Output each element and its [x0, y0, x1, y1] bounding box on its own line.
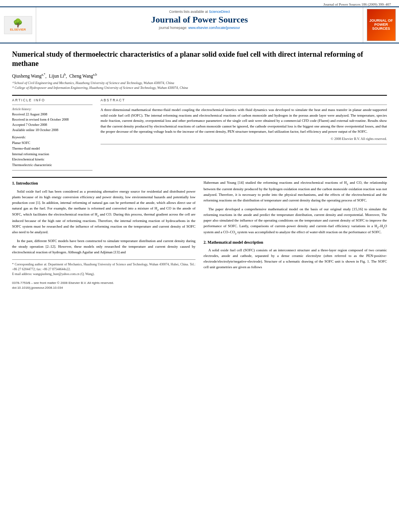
abstract-label: ABSTRACT	[101, 98, 387, 102]
journal-homepage: journal homepage: www.elsevier.com/locat…	[40, 26, 359, 30]
author3-affil: a,b	[93, 73, 97, 76]
section1-para1: Solid oxide fuel cell has been considere…	[12, 189, 195, 235]
banner-right: JOURNAL OF POWER SOURCES	[363, 7, 399, 43]
kw5: Thermoelectric characteristic	[12, 162, 93, 168]
article-info-abstract: ARTICLE INFO Article history: Received 2…	[12, 98, 387, 170]
footer-issn: 0378-7753/$ – see front matter © 2008 El…	[12, 281, 195, 286]
cover-title: JOURNAL OF POWER SOURCES	[369, 19, 393, 31]
author2: Lijun Li	[49, 74, 64, 78]
body-columns: 1. Introduction Solid oxide fuel cell ha…	[12, 180, 387, 290]
homepage-link[interactable]: www.elsevier.com/locate/jpowsour	[188, 26, 240, 30]
copyright: © 2008 Elsevier B.V. All rights reserved…	[101, 136, 387, 142]
footnotes: * Corresponding author at: Department of…	[12, 259, 195, 277]
main-content: Numerical study of thermoelectric charac…	[0, 43, 399, 297]
section1-para2: In the past, different SOFC models have …	[12, 238, 195, 255]
author3: Cheng Wang	[69, 74, 93, 78]
received-date: Received 22 August 2008	[12, 112, 93, 117]
section1-heading: 1. Introduction	[12, 180, 195, 187]
sciencedirect-text: Contents lists available at	[169, 10, 208, 14]
divider-body	[12, 177, 387, 178]
author1-affil: a,*	[41, 73, 45, 76]
article-info-col: ARTICLE INFO Article history: Received 2…	[12, 98, 93, 170]
journal-ref: Journal of Power Sources 186 (2009) 399–…	[0, 0, 399, 6]
banner-center: Contents lists available at ScienceDirec…	[36, 7, 363, 43]
article-info-box: Article history: Received 22 August 2008…	[12, 105, 93, 170]
abstract-text: A three-dimensional mathematical thermo-…	[101, 108, 387, 134]
article-info-label: ARTICLE INFO	[12, 98, 93, 102]
footnote-email: E-mail address: wangqiusheng_hust@yahoo.…	[12, 272, 195, 277]
abstract-box: A three-dimensional mathematical thermo-…	[101, 105, 387, 144]
elsevier-name: ELSEVIER	[10, 28, 26, 31]
keywords-label: Keywords:	[12, 136, 93, 139]
kw4: Electrochemical kinetic	[12, 157, 93, 162]
elsevier-logo-area: 🌳 ELSEVIER	[0, 7, 36, 43]
journal-title-banner: Journal of Power Sources	[40, 14, 359, 25]
accepted-date: Accepted 7 October 2008	[12, 122, 93, 127]
journal-ref-text: Journal of Power Sources 186 (2009) 399–…	[323, 2, 391, 6]
author2-affil: b	[64, 73, 66, 76]
affiliation-b: ᵇ College of Hydropower and Information …	[12, 86, 387, 90]
author1: Qiusheng Wang	[12, 74, 41, 78]
keywords-section: Keywords: Planar SOFC Thermo-fluid model…	[12, 136, 93, 168]
page: Journal of Power Sources 186 (2009) 399–…	[0, 0, 399, 532]
kw1: Planar SOFC	[12, 140, 93, 146]
section1-para4: The paper developed a comprehensive math…	[204, 207, 387, 236]
section2-para1: A solid oxide fuel cell (SOFC) consists …	[204, 248, 387, 270]
sciencedirect-line: Contents lists available at ScienceDirec…	[40, 10, 359, 14]
journal-banner: 🌳 ELSEVIER Contents lists available at S…	[0, 6, 399, 43]
divider-top	[12, 95, 387, 96]
history-group: Article history: Received 22 August 2008…	[12, 107, 93, 132]
authors-line: Qiusheng Wanga,*, Lijun Lib, Cheng Wanga…	[12, 73, 387, 78]
sciencedirect-link[interactable]: ScienceDirect	[209, 10, 230, 14]
history-label: Article history:	[12, 107, 93, 111]
kw2: Thermo-fluid model	[12, 146, 93, 152]
kw3: Internal reforming reaction	[12, 152, 93, 157]
revised-date: Received in revised form 4 October 2008	[12, 117, 93, 122]
affiliations: ᵃ School of Civil Engineering and Mechan…	[12, 81, 387, 90]
elsevier-logo: 🌳 ELSEVIER	[4, 16, 32, 34]
abstract-col: ABSTRACT A three-dimensional mathematica…	[101, 98, 387, 170]
sciencedirect-link-text: ScienceDirect	[209, 10, 230, 14]
article-title: Numerical study of thermoelectric charac…	[12, 50, 387, 69]
section2-heading: 2. Mathematical model description	[204, 239, 387, 246]
body-col-right: Haberman and Young [14] studied the refo…	[204, 180, 387, 290]
elsevier-tree-icon: 🌳	[13, 19, 23, 27]
body-col-left: 1. Introduction Solid oxide fuel cell ha…	[12, 180, 195, 290]
footnote-corresponding: * Corresponding author at: Department of…	[12, 262, 195, 272]
affiliation-a: ᵃ School of Civil Engineering and Mechan…	[12, 81, 387, 86]
journal-cover: JOURNAL OF POWER SOURCES	[367, 9, 396, 41]
section1-para3: Haberman and Young [14] studied the refo…	[204, 180, 387, 203]
footer-line: 0378-7753/$ – see front matter © 2008 El…	[12, 281, 195, 291]
footer-doi: doi:10.1016/j.jpowsour.2008.10.034	[12, 286, 195, 290]
available-date: Available online 18 October 2008	[12, 127, 93, 133]
